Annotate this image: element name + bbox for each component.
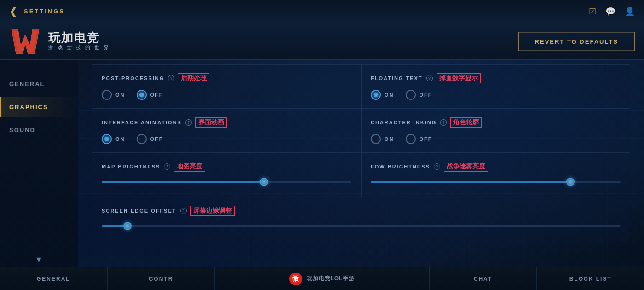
floating-text-off-label: OFF [420,92,432,98]
bottom-center-text: 玩加电竞LOL手游 [307,275,355,283]
header: ❮ SETTINGS ☑ 💬 👤 [0,0,644,23]
interface-animations-on-label: ON [115,136,125,142]
post-processing-toggle-row: ON OFF [102,90,351,100]
interface-animations-on-circle[interactable] [102,134,112,144]
map-brightness-label-row: MAP BRIGHTNESS ? 地图亮度 [102,162,351,172]
map-brightness-fill [102,181,264,183]
interface-animations-cn-label: 界面动画 [196,117,227,128]
map-brightness-help-icon[interactable]: ? [164,163,170,170]
floating-text-off-toggle[interactable]: OFF [406,90,432,100]
fow-brightness-section: FOW BRIGHTNESS ? 战争迷雾亮度 [361,153,630,197]
logo-text: 玩加电竞 游 戏 竞 技 的 世 界 [48,31,110,52]
map-brightness-track[interactable] [102,181,351,183]
chat-icon[interactable]: 💬 [605,6,615,17]
post-processing-cn-label: 后期处理 [178,73,209,83]
post-processing-on-label: ON [115,92,125,98]
interface-animations-off-circle[interactable] [137,134,147,144]
interface-animations-on-toggle[interactable]: ON [102,134,125,144]
post-processing-on-circle[interactable] [102,90,112,100]
floating-text-label: FLOATING TEXT [371,75,423,81]
interface-animations-label-row: INTERFACE ANIMATIONS ? 界面动画 [102,117,351,128]
interface-animations-section: INTERFACE ANIMATIONS ? 界面动画 ON OFF [92,109,361,153]
post-processing-on-toggle[interactable]: ON [102,90,125,100]
sidebar-item-sound[interactable]: SOUND [0,120,78,140]
revert-to-defaults-button[interactable]: REVERT TO DEFAULTS [518,32,635,51]
post-processing-help-icon[interactable]: ? [168,75,174,81]
settings-title: SETTINGS [24,8,65,15]
fow-brightness-fill [371,181,570,183]
interface-animations-label: INTERFACE ANIMATIONS [102,120,182,125]
sidebar-item-graphics[interactable]: GRAPHICS [0,97,78,117]
screen-edge-offset-thumb[interactable] [123,222,132,230]
character-inking-label-row: CHARACTER INKING ? 角色轮廓 [371,117,621,128]
post-processing-off-label: OFF [150,92,163,98]
settings-grid: POST-PROCESSING ? 后期处理 ON OFF [92,64,630,241]
interface-animations-toggle-row: ON OFF [102,134,351,144]
map-brightness-cn-label: 地图亮度 [174,162,205,172]
map-brightness-section: MAP BRIGHTNESS ? 地图亮度 [92,153,361,197]
fow-brightness-thumb[interactable] [566,178,575,186]
screen-edge-offset-help-icon[interactable]: ? [180,208,187,214]
header-icons: ☑ 💬 👤 [589,6,635,17]
post-processing-off-toggle[interactable]: OFF [137,90,163,100]
logo-area: 玩加电竞 游 戏 竞 技 的 世 界 REVERT TO DEFAULTS [0,23,644,60]
fow-brightness-cn-label: 战争迷雾亮度 [444,162,488,172]
character-inking-off-toggle[interactable]: OFF [406,134,432,144]
checklist-icon[interactable]: ☑ [589,6,596,17]
character-inking-on-circle[interactable] [371,134,381,144]
bottom-tab-controls[interactable]: CONTR [108,267,215,290]
character-inking-label: CHARACTER INKING [371,120,437,125]
scroll-down-icon: ▼ [35,255,43,265]
floating-text-toggle-row: ON OFF [371,90,621,100]
screen-edge-offset-label: SCREEN EDGE OFFSET [102,208,177,214]
fow-brightness-track[interactable] [371,181,621,183]
screen-edge-offset-track[interactable] [102,225,621,227]
screen-edge-offset-cn-label: 屏幕边缘调整 [190,206,235,216]
floating-text-help-icon[interactable]: ? [426,75,433,81]
header-left: ❮ SETTINGS [9,6,65,17]
floating-text-on-toggle[interactable]: ON [371,90,394,100]
bottom-tab-block-list[interactable]: BLOCK LIST [537,267,644,290]
bottom-tab-general[interactable]: GENERAL [0,267,108,290]
profile-icon[interactable]: 👤 [625,6,635,17]
floating-text-cn-label: 掉血数字显示 [437,73,481,83]
back-arrow-icon[interactable]: ❮ [9,6,17,17]
character-inking-help-icon[interactable]: ? [440,119,447,126]
weibo-icon: 微 [289,273,302,285]
floating-text-off-circle[interactable] [406,90,416,100]
screen-edge-offset-label-row: SCREEN EDGE OFFSET ? 屏幕边缘调整 [102,206,621,216]
content-area: POST-PROCESSING ? 后期处理 ON OFF [78,60,644,267]
fow-brightness-help-icon[interactable]: ? [434,163,440,170]
character-inking-cn-label: 角色轮廓 [450,117,482,128]
logo-main-text: 玩加电竞 [48,31,110,45]
main-layout: GENERAL GRAPHICS SOUND ▼ POST-PROCESSING… [0,60,644,267]
sidebar-item-general[interactable]: GENERAL [0,74,78,94]
sidebar: GENERAL GRAPHICS SOUND ▼ [0,60,78,267]
bottom-tab-center[interactable]: 微 玩加电竞LOL手游 [215,267,429,290]
fow-brightness-label: FOW BRIGHTNESS [371,164,430,169]
character-inking-section: CHARACTER INKING ? 角色轮廓 ON OFF [361,109,630,153]
character-inking-on-label: ON [385,136,394,142]
screen-edge-offset-section: SCREEN EDGE OFFSET ? 屏幕边缘调整 [92,197,630,241]
post-processing-label: POST-PROCESSING [102,75,164,81]
interface-animations-off-toggle[interactable]: OFF [137,134,163,144]
character-inking-on-toggle[interactable]: ON [371,134,394,144]
logo-sub-text: 游 戏 竞 技 的 世 界 [48,44,110,51]
logo-w-icon [9,26,41,56]
post-processing-off-circle[interactable] [137,90,147,100]
floating-text-label-row: FLOATING TEXT ? 掉血数字显示 [371,73,621,83]
floating-text-section: FLOATING TEXT ? 掉血数字显示 ON OFF [361,64,630,109]
map-brightness-thumb[interactable] [260,178,268,186]
floating-text-on-label: ON [385,92,394,98]
bottom-bar: GENERAL CONTR 微 玩加电竞LOL手游 CHAT BLOCK LIS… [0,267,644,290]
interface-animations-help-icon[interactable]: ? [185,119,192,126]
post-processing-section: POST-PROCESSING ? 后期处理 ON OFF [92,64,361,109]
interface-animations-off-label: OFF [150,136,163,142]
character-inking-off-circle[interactable] [406,134,416,144]
fow-brightness-label-row: FOW BRIGHTNESS ? 战争迷雾亮度 [371,162,621,172]
map-brightness-label: MAP BRIGHTNESS [102,164,160,169]
bottom-tab-chat[interactable]: CHAT [430,267,537,290]
floating-text-on-circle[interactable] [371,90,381,100]
post-processing-label-row: POST-PROCESSING ? 后期处理 [102,73,351,83]
character-inking-off-label: OFF [420,136,432,142]
